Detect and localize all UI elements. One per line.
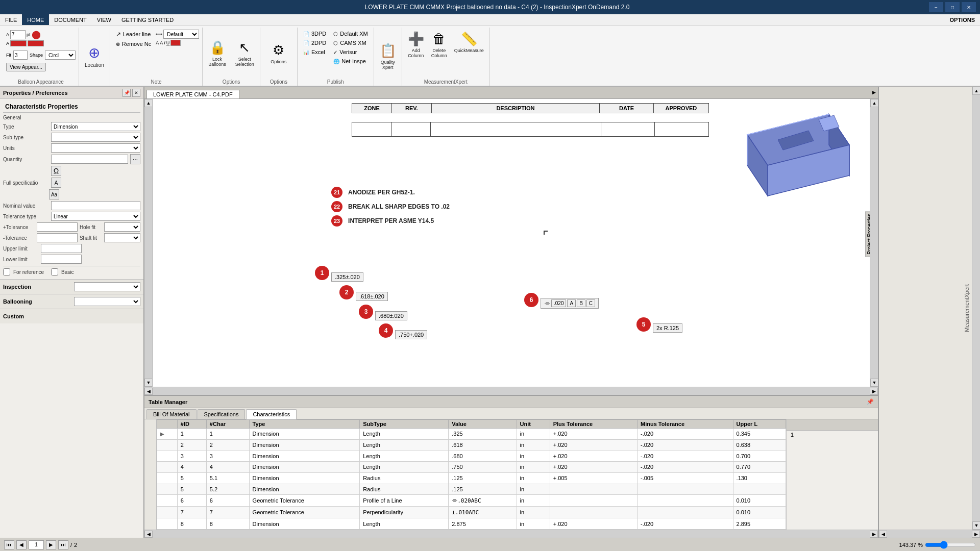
scroll-right-up-btn[interactable]: ▲ [870,99,878,107]
project-properties-tab[interactable]: Project Properties [865,211,870,257]
location-button[interactable]: ⊕ Location [82,43,107,69]
lock-balloons-button[interactable]: 🔒 LockBalloons [206,38,229,68]
first-page-btn[interactable]: ⏮ [4,540,14,549]
publish-3dpd-button[interactable]: 📄 3DPD [301,30,329,38]
default-select[interactable]: Default [163,30,199,39]
quantity-input[interactable] [51,155,128,164]
scroll-up-btn[interactable]: ▲ [144,99,153,107]
right-bottom-scroll[interactable]: ◀ ▶ [879,530,980,538]
font-size-input[interactable] [10,30,26,39]
full-spec-btn[interactable]: A [51,178,61,188]
custom-header[interactable]: Custom [0,309,143,323]
publish-excel-button[interactable]: 📊 Excel [301,48,329,56]
scroll-down-btn[interactable]: ▼ [144,379,153,387]
note-color-swatch[interactable] [170,40,181,46]
table-row[interactable]: 22DimensionLength.618in+.020-.0200.638 [157,439,786,450]
inspection-select[interactable] [74,282,140,291]
tol-type-select[interactable]: Linear [51,212,140,221]
balloon-22[interactable]: 22 [331,201,342,212]
col-header-char[interactable]: #Char [206,420,249,429]
basic-checkbox[interactable] [51,268,58,276]
minimize-button[interactable]: − [929,2,943,12]
right-vscroll[interactable]: ▲ ▼ [972,87,980,530]
table-row[interactable]: 77Geometric TolerancePerpendicularity⊥.0… [157,507,786,518]
color-swatch-2[interactable] [28,40,44,46]
last-page-btn[interactable]: ⏭ [58,540,68,549]
col-header-type[interactable]: Type [249,420,360,429]
menu-file[interactable]: FILE [0,14,22,25]
menu-home[interactable]: HOME [22,14,49,25]
col-header-subtype[interactable]: SubType [360,420,449,429]
view-appearance-button[interactable]: View Appear... [6,63,46,71]
balloon-6[interactable]: 6 [524,293,538,307]
options-button[interactable]: ⚙ Options [263,41,294,66]
table-manager-pin[interactable]: 📌 [867,398,874,405]
close-button[interactable]: ✕ [962,2,976,12]
balloon-4[interactable]: 4 [379,323,393,338]
tab-specifications[interactable]: Specifications [198,409,246,419]
delete-column-button[interactable]: 🗑 DeleteColumn [429,30,450,60]
verisur-button[interactable]: ✓ Verisur [331,48,370,56]
rvscroll-down[interactable]: ▼ [972,521,980,530]
table-hscroll[interactable]: ◀ ▶ [144,530,878,538]
table-hscroll-left[interactable]: ◀ [144,531,153,538]
minus-tol-input[interactable] [37,233,78,242]
leader-line-button[interactable]: ↗ Leader line [113,30,154,39]
shape-select[interactable]: Circl [45,51,76,60]
balloon-3[interactable]: 3 [359,305,373,319]
ballooning-select[interactable] [74,297,140,306]
balloon-1[interactable]: 1 [315,266,329,280]
quickmeasure-button[interactable]: 📏 QuickMeasure [452,30,486,55]
row-expand-arrow[interactable]: ▶ [157,429,178,440]
balloon-2[interactable]: 2 [339,285,354,299]
balloon-21[interactable]: 21 [331,187,342,198]
hscroll-left-btn[interactable]: ◀ [144,388,153,395]
row-expand-arrow[interactable] [157,462,178,473]
table-row[interactable]: 88DimensionLength2.875in+.020-.0202.895 [157,518,786,530]
nominal-input[interactable] [51,201,140,210]
rbscroll-left[interactable]: ◀ [879,531,887,538]
cams-xm-button[interactable]: ⬡ CAMS XM [331,39,370,47]
row-expand-arrow[interactable] [157,518,178,530]
for-reference-checkbox[interactable] [3,268,10,276]
row-expand-arrow[interactable] [157,484,178,495]
add-column-button[interactable]: ➕ AddColumn [405,30,427,60]
col-header-upper[interactable]: Upper L [733,420,786,429]
next-page-btn[interactable]: ▶ [46,540,56,549]
row-expand-arrow[interactable] [157,495,178,507]
color-swatch-1[interactable] [10,40,27,46]
table-hscroll-right[interactable]: ▶ [870,531,878,538]
panel-close-button[interactable]: ✕ [132,89,140,97]
rbscroll-right[interactable]: ▶ [972,531,980,538]
lower-limit-input[interactable] [41,255,82,264]
horizontal-scrollbar[interactable]: ◀ ▶ [144,387,878,395]
inspection-header[interactable]: Inspection [0,280,143,294]
ballooning-header[interactable]: Ballooning [0,294,143,309]
hscroll-right-btn[interactable]: ▶ [870,388,878,395]
col-header-value[interactable]: Value [449,420,517,429]
table-row[interactable]: 44DimensionLength.750in+.020-.0200.770 [157,462,786,473]
scroll-right-down-btn[interactable]: ▼ [870,379,878,387]
pdf-canvas[interactable]: ▲ ▼ ▲ ▼ Project Properties ZONE REV. [144,99,878,387]
row-expand-arrow[interactable] [157,472,178,484]
upper-limit-input[interactable] [41,244,82,253]
table-row[interactable]: 55.1DimensionRadius.125in+.005-.005.130 [157,472,786,484]
col-header-unit[interactable]: Unit [517,420,550,429]
right-scrollbar[interactable]: ▲ ▼ [870,99,878,387]
left-scrollbar[interactable]: ▲ ▼ [144,99,153,387]
rvscroll-up[interactable]: ▲ [972,87,980,95]
quality-xpert-button[interactable]: 📋 QualityXpert [377,41,399,71]
col-header-minus-tol[interactable]: Minus Tolerance [638,420,733,429]
row-expand-arrow[interactable] [157,507,178,518]
panel-pin-button[interactable]: 📌 [122,89,131,97]
net-inspe-button[interactable]: 🌐 Net-Inspe [331,57,370,65]
shaft-fit-select[interactable] [104,233,140,242]
select-button[interactable]: ↖ SelectSelection [233,38,257,68]
tab-bill-of-material[interactable]: Bill Of Material [146,409,197,419]
table-row[interactable]: 33DimensionLength.680in+.020-.0200.700 [157,450,786,462]
type-select[interactable]: Dimension [51,122,140,131]
table-row[interactable]: 66Geometric ToleranceProfile of a Line⌯.… [157,495,786,507]
col-header-id[interactable]: #ID [177,420,206,429]
tab-characteristics[interactable]: Characteristics [246,409,297,419]
zoom-slider[interactable] [925,541,976,549]
